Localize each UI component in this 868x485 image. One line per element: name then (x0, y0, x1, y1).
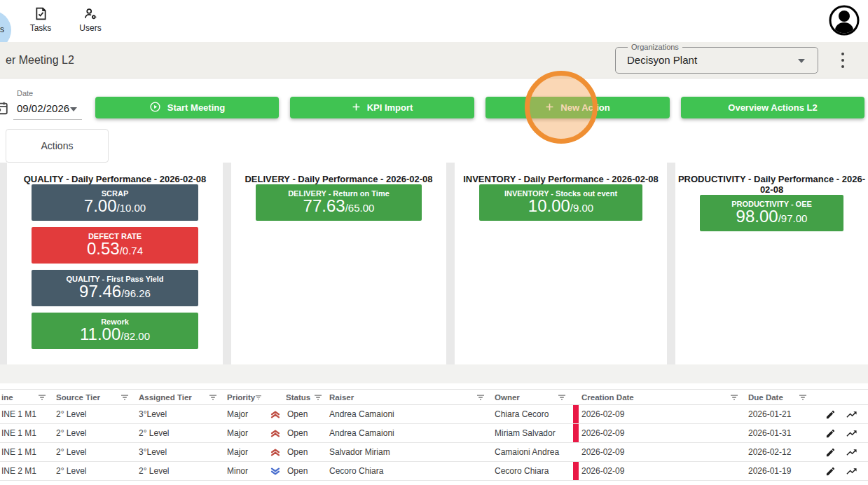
col-header-priority[interactable]: Priority (223, 390, 268, 404)
filter-icon[interactable] (255, 393, 262, 402)
chevron-down-icon[interactable] (70, 107, 77, 111)
col-header-creation-date[interactable]: Creation Date (572, 390, 744, 404)
col-header-owner[interactable]: Owner (490, 390, 572, 404)
edit-pencil-icon[interactable] (825, 466, 836, 477)
cell-machine: INE 2 M1 (0, 462, 52, 480)
kpi-tile-defect-rate[interactable]: DEFECT RATE 0.53/0.74 (32, 227, 198, 264)
filter-icon[interactable] (558, 393, 566, 402)
cell-raiser: Salvador Miriam (328, 443, 490, 461)
kpi-tile-stocks-out-event[interactable]: INVENTORY - Stocks out event 10.00/9.00 (479, 184, 642, 221)
cell-assigned-tier: 2° Level (135, 424, 223, 442)
trend-icon[interactable] (846, 409, 857, 421)
card-quality: QUALITY - Daily Performance - 2026-02-08… (7, 163, 223, 364)
card-delivery: DELIVERY - Daily Performance - 2026-02-0… (231, 163, 446, 364)
clipped-nav-label[interactable]: s (0, 25, 4, 34)
avatar-icon[interactable] (829, 5, 860, 36)
cell-priority: Major (223, 405, 268, 423)
kpi-tile-return-on-time[interactable]: DELIVERY - Return on Time 77.63/65.00 (256, 184, 422, 221)
card-title: INVENTORY - Daily Performance - 2026-02-… (455, 174, 667, 184)
nav-item-users[interactable]: Users (74, 6, 107, 33)
table-row[interactable]: INE 1 M1 2° Level 3°Level Major Open Sal… (0, 443, 868, 462)
col-header-raiser[interactable]: Raiser (328, 390, 490, 404)
filter-icon[interactable] (314, 393, 322, 402)
cell-machine: INE 1 M1 (0, 405, 52, 423)
cell-owner: Camaioni Andrea (490, 443, 572, 461)
cell-due-date: 2026-01-31 (744, 424, 813, 442)
priority-up-icon (270, 428, 281, 439)
more-options-kebab-icon[interactable] (839, 53, 847, 68)
overview-actions-button[interactable]: Overview Actions L2 (681, 97, 864, 118)
kpi-import-button[interactable]: KPI Import (290, 97, 474, 118)
cell-status: Open (284, 424, 328, 442)
tasks-icon (24, 6, 57, 21)
trend-icon[interactable] (846, 465, 857, 477)
col-header-row-actions (813, 390, 868, 404)
plus-icon (352, 102, 361, 114)
filter-icon[interactable] (476, 393, 485, 402)
cell-owner: Chiara Cecoro (490, 405, 572, 423)
trend-icon[interactable] (846, 446, 857, 458)
card-title: DELIVERY - Daily Performance - 2026-02-0… (231, 174, 446, 184)
cell-status: Open (284, 405, 328, 423)
cell-priority: Minor (223, 462, 268, 480)
kpi-tile-scrap[interactable]: SCRAP 7.00/10.00 (32, 184, 198, 221)
kpi-tile-oee[interactable]: PRODUCTIVITY - OEE 98.00/97.00 (700, 195, 843, 231)
col-header-status[interactable]: Status (284, 390, 328, 404)
col-header-assigned-tier[interactable]: Assigned Tier (135, 390, 223, 404)
cell-assigned-tier: 3°Level (135, 443, 223, 461)
table-row[interactable]: INE 1 M1 2° Level 3°Level Major Open And… (0, 405, 868, 424)
organizations-select[interactable]: Organizations Decisyon Plant (615, 47, 818, 74)
filter-icon[interactable] (120, 393, 129, 402)
start-meeting-button[interactable]: Start Meeting (95, 97, 279, 118)
filter-icon[interactable] (730, 393, 738, 402)
cell-source-tier: 2° Level (52, 405, 135, 423)
cell-creation-date: 2026-02-09 (572, 443, 744, 461)
cell-raiser: Andrea Camaioni (328, 424, 490, 442)
card-title: QUALITY - Daily Performance - 2026-02-08 (7, 174, 223, 184)
page-title: er Meeting L2 (6, 42, 74, 78)
col-header-source-tier[interactable]: Source Tier (52, 390, 135, 404)
col-header-due-date[interactable]: Due Date (744, 390, 813, 404)
kpi-tile-rework[interactable]: Rework 11.00/82.00 (32, 313, 198, 349)
start-meeting-label: Start Meeting (167, 102, 225, 113)
scroll-strip (0, 364, 868, 383)
nav-item-tasks[interactable]: Tasks (24, 6, 57, 33)
table-row[interactable]: INE 1 M1 2° Level 2° Level Major Open An… (0, 424, 868, 443)
card-inventory: INVENTORY - Daily Performance - 2026-02-… (455, 163, 667, 364)
tab-actions-label: Actions (41, 140, 74, 151)
col-header-machine[interactable]: ine (0, 390, 52, 404)
date-field-value[interactable]: 09/02/2026 (17, 102, 69, 114)
edit-pencil-icon[interactable] (825, 428, 836, 439)
priority-down-icon (270, 465, 281, 477)
kpi-import-label: KPI Import (367, 102, 413, 113)
users-icon (74, 6, 107, 21)
filter-icon[interactable] (209, 393, 217, 402)
cell-raiser: Cecoro Chiara (328, 462, 490, 480)
meeting-header-band: er Meeting L2 Organizations Decisyon Pla… (0, 42, 868, 78)
tab-actions[interactable]: Actions (6, 129, 109, 163)
date-field-label: Date (17, 89, 33, 97)
kpi-cards-row: QUALITY - Daily Performance - 2026-02-08… (0, 163, 868, 364)
kpi-tile-first-pass-yield[interactable]: QUALITY - First Pass Yield 97.46/96.26 (32, 270, 198, 306)
filter-icon[interactable] (38, 393, 46, 402)
calendar-icon[interactable] (0, 100, 9, 118)
cell-source-tier: 2° Level (52, 462, 135, 480)
cell-machine: INE 1 M1 (0, 443, 52, 461)
cell-owner: Cecoro Chiara (490, 462, 572, 480)
trend-icon[interactable] (846, 428, 857, 439)
cell-due-date: 2026-02-12 (744, 443, 813, 461)
edit-pencil-icon[interactable] (825, 447, 836, 458)
cell-priority: Major (223, 443, 268, 461)
table-row[interactable]: INE 2 M1 2° Level 2° Level Minor Open Ce… (0, 462, 868, 481)
cell-assigned-tier: 2° Level (135, 462, 223, 480)
cell-source-tier: 2° Level (52, 424, 135, 442)
play-icon (149, 101, 161, 115)
overview-actions-label: Overview Actions L2 (728, 102, 817, 113)
edit-pencil-icon[interactable] (825, 409, 836, 420)
cell-assigned-tier: 3°Level (135, 405, 223, 423)
cell-priority: Major (223, 424, 268, 442)
table-header-row: ine Source Tier Assigned Tier Priority S… (0, 390, 868, 405)
nav-item-label: Tasks (24, 23, 57, 33)
filter-icon[interactable] (799, 393, 807, 402)
cell-raiser: Andrea Camaioni (328, 405, 490, 423)
